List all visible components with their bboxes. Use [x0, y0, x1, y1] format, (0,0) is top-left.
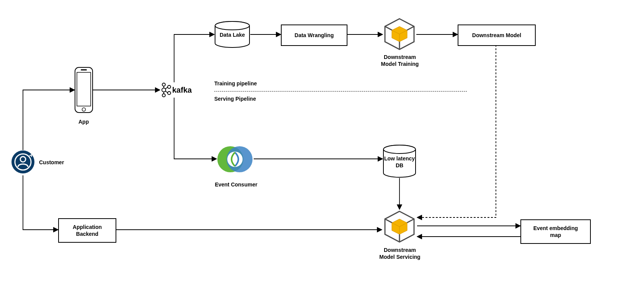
customer-label: Customer	[39, 159, 64, 165]
serving-label: Serving Pipeline	[214, 96, 256, 102]
event-embedding-map-node: Event embedding map	[520, 219, 591, 244]
app-label: App	[78, 119, 89, 125]
data-wrangling-node: Data Wrangling	[281, 25, 347, 46]
svg-rect-4	[77, 72, 91, 106]
phone-icon	[75, 67, 93, 113]
svg-point-9	[162, 94, 165, 97]
sagemaker-icon	[383, 17, 416, 51]
kafka-icon	[160, 82, 171, 98]
training-label: Training pipeline	[214, 80, 257, 87]
model-servicing-node	[383, 210, 416, 245]
customer-node	[11, 150, 35, 175]
data-wrangling-label: Data Wrangling	[295, 32, 334, 38]
event-consumer-label: Event Consumer	[211, 181, 261, 188]
svg-point-11	[168, 91, 171, 95]
event-embedding-map-label: Event embedding map	[533, 225, 578, 239]
low-latency-db-node: Low latency DB	[383, 145, 416, 179]
svg-line-15	[165, 91, 168, 93]
svg-rect-6	[81, 69, 87, 70]
app-backend-node: Application Backend	[58, 218, 116, 243]
svg-point-7	[162, 83, 165, 86]
svg-line-14	[165, 87, 168, 89]
data-lake-label: Data Lake	[214, 32, 250, 38]
event-consumer-node	[217, 141, 253, 179]
customer-icon	[11, 150, 35, 174]
app-node	[75, 67, 93, 114]
app-backend-label: Application Backend	[73, 224, 102, 237]
model-training-label: Downstream Model Training	[373, 54, 427, 67]
model-training-node	[383, 17, 416, 52]
svg-point-26	[383, 145, 416, 154]
clojure-icon	[217, 141, 253, 178]
sagemaker-icon	[383, 210, 416, 243]
kafka-node: kafka	[160, 82, 192, 98]
downstream-model-node: Downstream Model	[458, 25, 536, 46]
svg-point-24	[227, 152, 243, 167]
svg-point-17	[215, 21, 249, 30]
low-latency-db-label: Low latency DB	[383, 155, 416, 169]
svg-point-10	[168, 85, 171, 88]
pipeline-divider	[214, 91, 467, 91]
kafka-label: kafka	[172, 86, 192, 95]
data-lake-node: Data Lake	[214, 21, 250, 49]
downstream-model-label: Downstream Model	[472, 32, 521, 38]
model-servicing-label: Downstream Model Servicing	[373, 247, 427, 260]
svg-point-8	[162, 88, 166, 92]
